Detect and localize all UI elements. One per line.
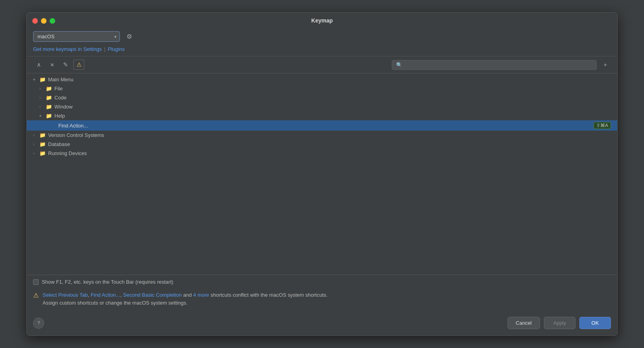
close-button[interactable] [32, 18, 38, 24]
folder-icon: 📁 [39, 77, 46, 82]
folder-icon: 📁 [46, 95, 52, 101]
tree-row[interactable]: › 📁 Running Devices [27, 149, 617, 158]
chevron-right-icon: › [39, 86, 46, 91]
title-bar: Keymap [27, 13, 617, 27]
tree-row[interactable]: ▾ 📁 Main Menu [27, 75, 617, 84]
edit-shortcut-button[interactable]: ✎ [60, 60, 71, 70]
apply-button[interactable]: Apply [544, 317, 575, 329]
cancel-button[interactable]: Cancel [508, 317, 540, 329]
collapse-icon: ✕ [50, 62, 54, 68]
tree-row[interactable]: ▾ 📁 Help [27, 111, 617, 120]
link-divider: | [104, 46, 105, 52]
keymap-dropdown[interactable]: macOS Windows Linux Default for macOS [33, 31, 120, 42]
conflict-link-3[interactable]: Second Basic Completion [123, 292, 182, 298]
chevron-right-icon: › [33, 151, 39, 155]
keymap-dialog: Keymap macOS Windows Linux Default for m… [26, 12, 618, 336]
tree-row[interactable]: › 📁 File [27, 84, 617, 93]
warning-line2: Assign custom shortcuts or change the ma… [43, 300, 188, 306]
touch-bar-checkbox[interactable] [33, 279, 39, 285]
plugins-link[interactable]: Plugins [108, 46, 125, 52]
tree-row[interactable]: › 📁 Code [27, 93, 617, 102]
warning-triangle-icon: ⚠ [33, 292, 39, 299]
expand-button[interactable]: ∧ [33, 60, 44, 70]
collapse-button[interactable]: ✕ [47, 60, 58, 70]
edit-icon: ✎ [63, 61, 68, 68]
conflict-warning-row: ⚠ Select Previous Tab, Find Action..., S… [27, 288, 617, 312]
expand-icon: ∧ [37, 61, 41, 68]
search-area: ⌖ [87, 60, 611, 70]
person-button[interactable]: ⌖ [600, 60, 611, 70]
tree-item-label: Find Action... [58, 123, 594, 129]
tree-row[interactable]: › 📁 Window [27, 102, 617, 111]
button-row: ? Cancel Apply OK [27, 312, 617, 335]
chevron-right-icon: › [33, 142, 39, 146]
tree-item-label: Code [54, 95, 611, 101]
minimize-button[interactable] [41, 18, 47, 24]
tree-item-label: Help [54, 113, 611, 119]
tree-item-label: File [54, 86, 611, 92]
tree-item-label: Window [54, 104, 611, 110]
window-controls [32, 18, 55, 24]
touch-bar-row: Show F1, F2, etc. keys on the Touch Bar … [27, 275, 617, 288]
folder-icon: 📁 [39, 141, 46, 147]
settings-gear-button[interactable]: ⚙ [124, 31, 135, 42]
folder-icon: 📁 [39, 132, 46, 138]
chevron-right-icon: › [33, 133, 39, 137]
warning-text: Select Previous Tab, Find Action..., Sec… [43, 291, 328, 307]
ok-button[interactable]: OK [579, 317, 611, 329]
action-buttons: Cancel Apply OK [508, 317, 611, 329]
warning-icon: ⚠ [76, 61, 82, 68]
action-toolbar: ∧ ✕ ✎ ⚠ ⌖ [27, 56, 617, 73]
conflict-link-4[interactable]: 4 more [193, 292, 209, 298]
tree-item-label: Database [48, 141, 611, 147]
gear-icon: ⚙ [127, 33, 132, 40]
touch-bar-label: Show F1, F2, etc. keys on the Touch Bar … [42, 279, 173, 285]
get-more-keymaps-link[interactable]: Get more keymaps in Settings [33, 46, 102, 52]
shortcut-text: ⇧⌘A [596, 123, 608, 128]
person-icon: ⌖ [604, 62, 607, 68]
window-title: Keymap [311, 17, 333, 24]
folder-icon: 📁 [46, 86, 52, 92]
warning-line1: Select Previous Tab, Find Action..., Sec… [43, 292, 328, 298]
shortcut-badge: ⇧⌘A [594, 122, 611, 129]
tree-item-label: Version Control Systems [48, 132, 611, 138]
search-input[interactable] [392, 60, 597, 70]
tree-item-label: Main Menu [48, 77, 611, 82]
keymap-toolbar: macOS Windows Linux Default for macOS ▾ … [27, 27, 617, 45]
conflict-link-1[interactable]: Select Previous Tab [43, 292, 88, 298]
links-row: Get more keymaps in Settings | Plugins [27, 45, 617, 56]
bottom-area: Show F1, F2, etc. keys on the Touch Bar … [27, 275, 617, 335]
warning-filter-button[interactable]: ⚠ [73, 60, 84, 70]
folder-icon: 📁 [39, 150, 46, 156]
chevron-right-icon: › [39, 105, 46, 109]
tree-item-label: Running Devices [48, 150, 611, 156]
help-button[interactable]: ? [33, 318, 44, 329]
tree-area: ▾ 📁 Main Menu › 📁 File › 📁 Code › 📁 Wind… [27, 73, 617, 275]
chevron-down-icon: ▾ [33, 77, 39, 82]
chevron-right-icon: › [39, 95, 46, 100]
chevron-down-icon: ▾ [39, 114, 46, 118]
conflict-link-2[interactable]: Find Action... [91, 292, 120, 298]
tree-row[interactable]: › 📁 Database [27, 140, 617, 149]
tree-row[interactable]: Find Action... ⇧⌘A [27, 120, 617, 131]
keymap-select-wrapper: macOS Windows Linux Default for macOS ▾ [33, 31, 120, 42]
folder-icon: 📁 [46, 104, 52, 110]
folder-icon: 📁 [46, 113, 52, 119]
maximize-button[interactable] [50, 18, 55, 24]
tree-row[interactable]: › 📁 Version Control Systems [27, 131, 617, 140]
